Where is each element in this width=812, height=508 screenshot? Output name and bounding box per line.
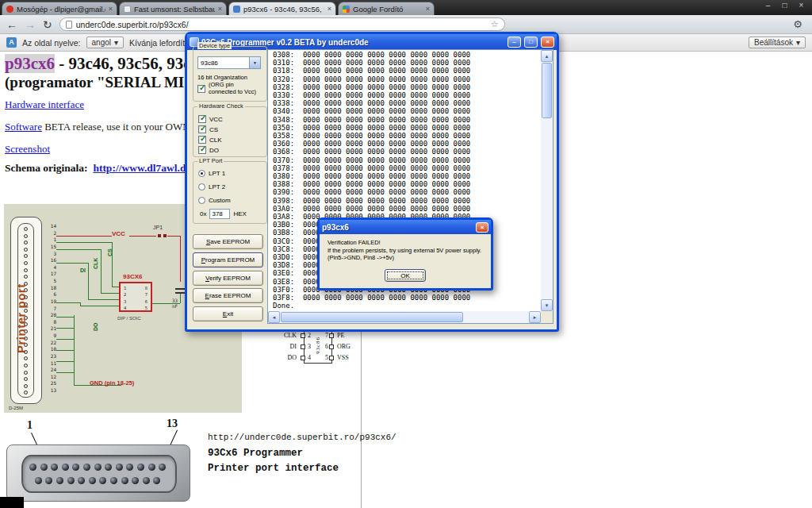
tab-google-translate[interactable]: Google Fordító × — [338, 2, 435, 15]
horizontal-scroll-thumb[interactable] — [281, 312, 463, 322]
tab-selbstbau[interactable]: Fast umsonst: Selbstbau - 93 × — [119, 2, 227, 15]
translate-icon: A — [6, 37, 17, 48]
horizontal-scrollbar[interactable]: ◄ ► — [268, 311, 541, 323]
photo-pin — [105, 464, 112, 471]
translate-settings-button[interactable]: Beállítások ▾ — [749, 37, 806, 48]
pin-number: 3 — [308, 343, 311, 350]
minimize-icon[interactable]: – — [760, 0, 776, 11]
vertical-scroll-thumb[interactable] — [542, 63, 552, 118]
pin-name: CLK — [273, 332, 297, 339]
photo-pin — [159, 464, 166, 471]
connector-pin — [24, 268, 28, 272]
hardware-interface-link[interactable]: Hardware interface — [5, 98, 84, 110]
settings-label: Beállítások — [754, 38, 793, 47]
back-icon[interactable]: ← — [6, 19, 17, 30]
program-eeprom-button[interactable]: Program EEPROM — [193, 252, 263, 267]
jumper-pin — [163, 234, 167, 237]
close-icon[interactable]: × — [541, 37, 554, 48]
photo-pin — [45, 477, 52, 484]
reload-icon[interactable]: ↻ — [43, 19, 52, 30]
tab-gmail[interactable]: Mosógép - dlpiger@gmail.com × — [2, 2, 117, 15]
photo-pin — [40, 464, 48, 471]
do-checkbox[interactable]: ✓ — [198, 146, 206, 154]
tab-close-icon[interactable]: × — [327, 5, 331, 13]
scroll-down-icon[interactable]: ▼ — [541, 299, 553, 311]
wire — [88, 299, 119, 300]
chevron-down-icon[interactable]: ▼ — [249, 57, 260, 68]
vcc-checkbox[interactable]: ✓ — [198, 115, 206, 123]
verify-eeprom-button[interactable]: Verify EEPROM — [193, 271, 263, 286]
wire — [56, 236, 112, 237]
pin-box — [301, 333, 305, 338]
photo-pin — [56, 477, 63, 484]
vertical-scrollbar[interactable]: ▲ ▼ — [541, 50, 553, 311]
cs-label: CS — [107, 248, 113, 256]
maximize-icon[interactable]: □ — [524, 37, 538, 48]
custom-address-field[interactable]: 378 — [209, 209, 230, 219]
dialog-titlebar[interactable]: p93cx6 × — [320, 220, 491, 234]
chevron-down-icon: ▾ — [114, 38, 118, 47]
tab-close-icon[interactable]: × — [218, 5, 222, 13]
url-bar[interactable]: underc0de.superbit.ro/p93cx6/ ☆ — [59, 17, 505, 31]
scroll-right-icon[interactable]: ► — [529, 311, 541, 323]
software-link[interactable]: Software — [5, 121, 42, 133]
url-text[interactable]: underc0de.superbit.ro/p93cx6/ — [76, 20, 487, 29]
wire — [180, 236, 181, 282]
tab-close-icon[interactable]: × — [109, 5, 113, 13]
close-icon[interactable]: × — [476, 222, 488, 233]
check-icon: ✓ — [199, 83, 205, 92]
dialog-title: p93cx6 — [322, 223, 473, 232]
window-title: 93Cx6 Programmer v0.2 BETA by underc0de — [201, 38, 504, 47]
radio-label: Custom — [209, 197, 231, 204]
save-eeprom-button[interactable]: Save EEPROM — [193, 234, 263, 249]
page-divider — [361, 332, 362, 508]
pin-number: 4 — [308, 354, 311, 361]
chip-name-label: 93CX6 — [123, 273, 142, 280]
clk-checkbox[interactable]: ✓ — [198, 136, 206, 144]
checkbox-label: VCC — [209, 116, 223, 123]
language-dropdown[interactable]: angol ▾ — [86, 37, 124, 48]
photo-pin — [83, 464, 90, 471]
scroll-left-icon[interactable]: ◄ — [268, 311, 280, 323]
lpt2-radio[interactable] — [198, 183, 205, 190]
capacitor-value-label: 33 nF — [172, 298, 178, 309]
tab-label: Fast umsonst: Selbstbau - 93 — [134, 5, 215, 13]
cs-checkbox[interactable]: ✓ — [198, 125, 206, 133]
minimize-icon[interactable]: – — [508, 37, 521, 48]
bookmark-star-icon[interactable]: ☆ — [491, 19, 499, 29]
maximize-icon[interactable]: □ — [776, 0, 793, 11]
pin-box — [329, 344, 334, 349]
device-type-group: Device type 93c86 ▼ 16 bit Organization … — [193, 46, 267, 102]
connector-pin — [24, 364, 28, 368]
browser-window-controls: – □ × — [760, 0, 810, 11]
exit-button[interactable]: Exit — [193, 306, 263, 321]
hex-suffix-label: HEX — [233, 210, 246, 217]
scroll-up-icon[interactable]: ▲ — [541, 50, 553, 62]
tab-p93cx6-active[interactable]: p93cx6 - 93c46, 93c56, 93c6 × — [228, 2, 336, 15]
custom-radio-row: Custom — [198, 197, 231, 204]
tab-close-icon[interactable]: × — [426, 5, 430, 13]
device-type-select[interactable]: 93c86 ▼ — [197, 56, 261, 69]
schema-link[interactable]: http://www.dl7awl.de — [93, 162, 190, 174]
close-icon[interactable]: × — [793, 0, 810, 11]
google-favicon-icon — [343, 6, 350, 13]
lpt1-radio[interactable] — [198, 170, 205, 177]
org-checkbox[interactable]: ✓ — [197, 85, 205, 93]
pin-box — [329, 356, 334, 360]
ok-button[interactable]: OK — [385, 269, 426, 282]
photo-pin — [51, 464, 58, 471]
custom-radio[interactable] — [198, 197, 205, 204]
wrench-menu-icon[interactable]: ⚙ — [793, 18, 802, 30]
wire — [167, 236, 180, 237]
wire — [56, 372, 74, 373]
group-legend: Device type — [197, 42, 232, 49]
pin-box — [301, 344, 305, 349]
screenshot-link[interactable]: Screenshot — [5, 143, 50, 155]
forward-icon[interactable]: → — [25, 19, 36, 30]
erase-eeprom-button[interactable]: Erase EEPROM — [193, 288, 263, 303]
page-favicon-icon — [124, 6, 131, 13]
hw-check-row: ✓ DO — [198, 146, 219, 154]
photo-pin — [132, 477, 139, 484]
connector-pin — [24, 371, 28, 375]
lpt2-radio-row: LPT 2 — [198, 183, 225, 190]
